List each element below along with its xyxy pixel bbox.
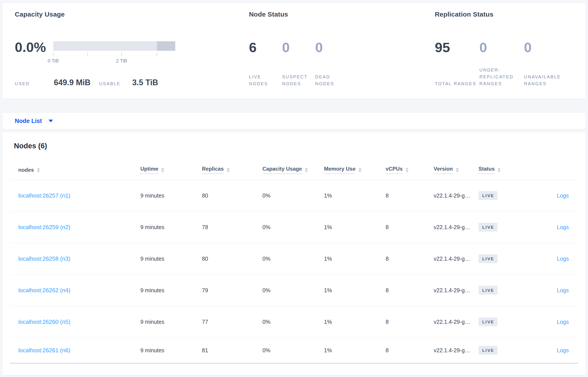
cell-status: LIVE xyxy=(479,254,536,263)
table-scrollbar[interactable] xyxy=(10,363,578,364)
status-badge: LIVE xyxy=(479,286,497,295)
stat: 0 UNAVAILABLE RANGES xyxy=(524,40,569,87)
column-header-label: vCPUs xyxy=(386,166,403,174)
cluster-summary-card: Capacity Usage 0.0% 0 TiB xyxy=(2,3,586,99)
logs-link[interactable]: Logs xyxy=(557,256,569,262)
replication-stats: 95 TOTAL RANGES 0 UNDER-REPLICATED RANGE… xyxy=(435,40,586,87)
logs-link[interactable]: Logs xyxy=(557,319,569,325)
node-list-dropdown[interactable]: Node List xyxy=(15,118,53,125)
replication-status-title: Replication Status xyxy=(435,10,586,18)
cell-version: v22.1.4-29-g… xyxy=(434,287,479,294)
cell-version: v22.1.4-29-g… xyxy=(434,192,479,199)
bar-segment-other xyxy=(157,41,175,51)
cell-node: localhost:26260 (n5) xyxy=(18,318,140,325)
capacity-usage-section: Capacity Usage 0.0% 0 TiB xyxy=(2,3,249,99)
axis-tick-mark xyxy=(53,53,53,56)
stat-value: 95 xyxy=(435,40,479,55)
nodes-table-header: nodes Uptime Replicas Capacity U xyxy=(10,160,578,180)
sort-icon xyxy=(161,167,164,172)
sort-icon xyxy=(456,167,459,172)
logs-link[interactable]: Logs xyxy=(557,224,569,230)
capacity-stats-row: USED 649.9 MiB USABLE 3.5 TiB xyxy=(15,78,249,87)
stat-label: SUSPECT NODES xyxy=(282,73,309,87)
sort-icon xyxy=(305,167,308,172)
column-header[interactable]: Version xyxy=(434,166,479,174)
column-header[interactable]: nodes xyxy=(18,167,140,173)
column-header-label: Capacity Usage xyxy=(262,166,302,174)
logs-link[interactable]: Logs xyxy=(557,192,569,199)
cell-capacity-usage: 0% xyxy=(262,256,324,262)
cell-version: v22.1.4-29-g… xyxy=(434,319,479,325)
usable-label: USABLE xyxy=(99,81,132,86)
column-header[interactable]: Uptime xyxy=(140,166,202,174)
status-badge: LIVE xyxy=(479,346,497,355)
sort-icon xyxy=(358,167,362,172)
cell-uptime: 9 minutes xyxy=(140,287,202,294)
cell-status: LIVE xyxy=(479,286,536,295)
stat: 0 DEAD NODES xyxy=(315,40,348,87)
column-header[interactable]: Replicas xyxy=(202,166,262,174)
cell-replicas: 77 xyxy=(202,319,262,325)
cell-status: LIVE xyxy=(479,191,536,200)
column-header[interactable]: Memory Use xyxy=(324,166,386,174)
cell-capacity-usage: 0% xyxy=(262,319,324,325)
used-label: USED xyxy=(15,81,54,86)
cell-capacity-usage: 0% xyxy=(262,347,324,353)
axis-tick: 2 TiB xyxy=(116,53,127,64)
node-link[interactable]: localhost:26260 (n5) xyxy=(18,318,71,325)
node-link[interactable]: localhost:26261 (n6) xyxy=(18,347,71,353)
cell-capacity-usage: 0% xyxy=(262,287,324,294)
capacity-bar-chart: 0 TiB 2 TiB xyxy=(53,40,175,69)
cell-status: LIVE xyxy=(479,346,536,355)
capacity-usage-title: Capacity Usage xyxy=(15,10,249,18)
bar-segment-usable xyxy=(53,41,157,51)
node-link[interactable]: localhost:26258 (n3) xyxy=(18,255,71,262)
axis-tick xyxy=(87,53,88,58)
cell-replicas: 80 xyxy=(202,192,262,199)
used-value: 649.9 MiB xyxy=(54,78,99,87)
stat: 95 TOTAL RANGES xyxy=(435,40,479,87)
column-header[interactable]: Capacity Usage xyxy=(262,166,324,174)
axis-tick-label: 0 TiB xyxy=(48,58,59,64)
column-header[interactable]: Status xyxy=(479,166,536,174)
stat-value: 0 xyxy=(315,40,348,55)
node-list-dropdown-label: Node List xyxy=(15,118,42,125)
replication-status-section: Replication Status 95 TOTAL RANGES 0 UND… xyxy=(435,3,586,99)
usable-value: 3.5 TiB xyxy=(132,78,158,87)
logs-link[interactable]: Logs xyxy=(557,287,569,293)
cell-vcpus: 8 xyxy=(386,224,434,230)
capacity-percent: 0.0% xyxy=(15,40,53,54)
node-link[interactable]: localhost:26262 (n4) xyxy=(18,287,71,294)
cell-uptime: 9 minutes xyxy=(140,192,202,199)
node-link[interactable]: localhost:26257 (n1) xyxy=(18,192,71,199)
logs-link[interactable]: Logs xyxy=(557,347,569,353)
nodes-table-body: localhost:26257 (n1) 9 minutes 80 0% 1% … xyxy=(2,180,586,363)
cell-capacity-usage: 0% xyxy=(262,192,324,199)
capacity-axis: 0 TiB 2 TiB xyxy=(53,53,175,69)
node-status-title: Node Status xyxy=(249,10,435,18)
cell-replicas: 79 xyxy=(202,287,262,294)
stat: 0 UNDER-REPLICATED RANGES xyxy=(479,40,524,87)
capacity-chart-row: 0.0% 0 TiB xyxy=(15,40,249,69)
cell-replicas: 81 xyxy=(202,347,262,353)
cell-version: v22.1.4-29-g… xyxy=(434,256,479,262)
stat-label: LIVE NODES xyxy=(249,73,276,87)
table-row: localhost:26259 (n2) 9 minutes 78 0% 1% … xyxy=(10,212,578,243)
sort-icon xyxy=(497,167,501,172)
column-header[interactable]: vCPUs xyxy=(386,166,434,174)
chevron-down-icon xyxy=(48,120,53,122)
cell-version: v22.1.4-29-g… xyxy=(434,347,479,353)
stat-label: UNAVAILABLE RANGES xyxy=(524,73,566,87)
sort-icon xyxy=(405,167,409,172)
cell-memory-use: 1% xyxy=(324,287,386,294)
cell-vcpus: 8 xyxy=(386,256,434,262)
cell-logs: Logs xyxy=(536,347,569,353)
cell-vcpus: 8 xyxy=(386,319,434,325)
node-link[interactable]: localhost:26259 (n2) xyxy=(18,224,71,230)
status-badge: LIVE xyxy=(479,318,497,326)
stat-value: 0 xyxy=(524,40,569,55)
cluster-overview-page: Capacity Usage 0.0% 0 TiB xyxy=(0,3,588,375)
cell-logs: Logs xyxy=(536,319,569,325)
cell-node: localhost:26257 (n1) xyxy=(18,192,140,199)
cell-node: localhost:26258 (n3) xyxy=(18,255,140,262)
